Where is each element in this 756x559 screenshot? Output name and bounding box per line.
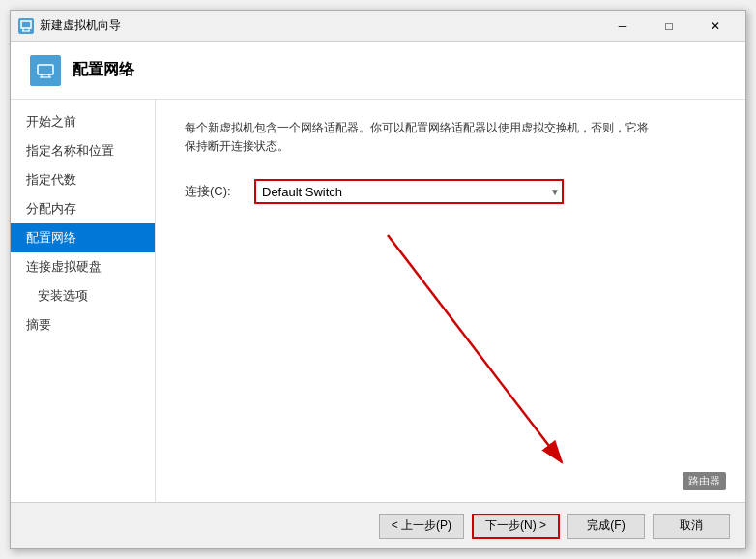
network-select[interactable]: Default Switch 未连接	[254, 179, 564, 204]
sidebar-item-install[interactable]: 安装选项	[11, 281, 155, 310]
sidebar-item-name[interactable]: 指定名称和位置	[11, 136, 155, 165]
close-button[interactable]: ✕	[693, 11, 738, 42]
title-buttons: ─ □ ✕	[600, 11, 738, 42]
finish-button[interactable]: 完成(F)	[567, 514, 645, 539]
svg-line-9	[388, 235, 562, 462]
window-title: 新建虚拟机向导	[40, 17, 595, 34]
prev-button[interactable]: < 上一步(P)	[379, 514, 464, 539]
maximize-button[interactable]: □	[647, 11, 691, 42]
svg-rect-0	[21, 21, 31, 28]
minimize-button[interactable]: ─	[600, 11, 645, 42]
header-icon	[30, 55, 61, 86]
main-body: 开始之前 指定名称和位置 指定代数 分配内存 配置网络 连接虚拟硬盘 安装选项 …	[11, 100, 745, 502]
arrow-annotation	[330, 225, 668, 502]
description-text: 每个新虚拟机包含一个网络适配器。你可以配置网络适配器以使用虚拟交换机，否则，它将…	[185, 119, 649, 156]
title-bar-icon	[18, 18, 34, 34]
svg-rect-4	[38, 65, 53, 74]
cancel-button[interactable]: 取消	[653, 514, 730, 539]
footer: < 上一步(P) 下一步(N) > 完成(F) 取消 路由器	[11, 502, 745, 548]
sidebar-item-disk[interactable]: 连接虚拟硬盘	[11, 252, 155, 281]
connection-label: 连接(C):	[185, 183, 243, 200]
main-content: 每个新虚拟机包含一个网络适配器。你可以配置网络适配器以使用虚拟交换机，否则，它将…	[156, 100, 745, 502]
sidebar-item-memory[interactable]: 分配内存	[11, 194, 155, 223]
sidebar-item-network[interactable]: 配置网络	[11, 223, 155, 252]
sidebar-item-generation[interactable]: 指定代数	[11, 165, 155, 194]
page-title: 配置网络	[73, 60, 134, 80]
connection-row: 连接(C): Default Switch 未连接 ▼	[185, 179, 716, 204]
next-button[interactable]: 下一步(N) >	[472, 514, 560, 539]
select-wrapper: Default Switch 未连接 ▼	[254, 179, 564, 204]
title-bar: 新建虚拟机向导 ─ □ ✕	[11, 11, 745, 42]
sidebar: 开始之前 指定名称和位置 指定代数 分配内存 配置网络 连接虚拟硬盘 安装选项 …	[11, 100, 156, 502]
sidebar-item-summary[interactable]: 摘要	[11, 310, 155, 339]
page-header: 配置网络	[11, 42, 745, 100]
watermark: 路由器	[683, 472, 726, 490]
main-window: 新建虚拟机向导 ─ □ ✕ 配置网络 开始之前 指定名称和位置 指定代数 分配内…	[10, 10, 746, 549]
sidebar-item-start[interactable]: 开始之前	[11, 107, 155, 136]
